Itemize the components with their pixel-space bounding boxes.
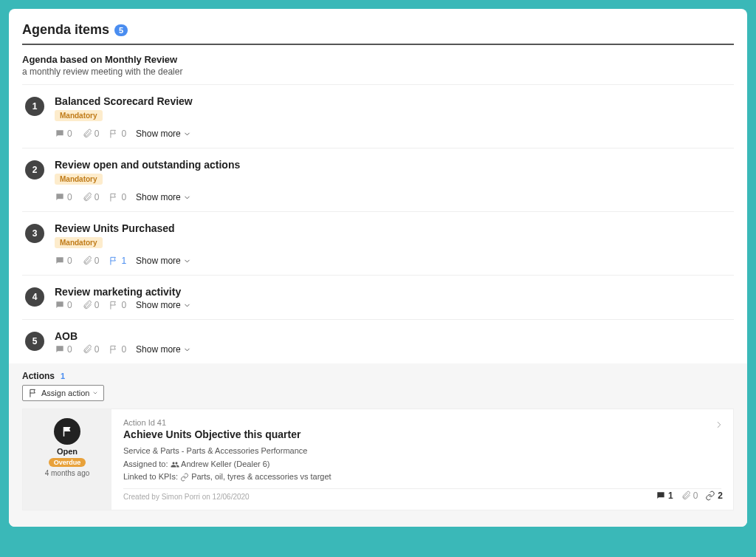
comment-icon — [55, 129, 65, 139]
action-status: Open — [57, 447, 78, 456]
agenda-description: a monthly review meeting with the dealer — [22, 66, 734, 84]
attachment-count[interactable]: 0 — [82, 129, 100, 139]
assign-action-label: Assign action — [41, 389, 89, 397]
actions-heading: Actions 1 — [22, 371, 734, 381]
show-more-toggle[interactable]: Show more — [136, 300, 191, 310]
agenda-item: 3Review Units PurchasedMandatory001Show … — [22, 211, 734, 275]
link-icon — [705, 491, 715, 501]
show-more-toggle[interactable]: Show more — [136, 129, 191, 139]
comment-icon — [656, 491, 666, 501]
action-id: Action Id 41 — [123, 418, 721, 427]
show-more-toggle[interactable]: Show more — [136, 344, 191, 355]
chevron-down-icon — [183, 346, 191, 354]
comment-count[interactable]: 0 — [55, 192, 72, 202]
comment-icon — [55, 300, 65, 310]
attachment-count[interactable]: 0 — [82, 344, 100, 355]
action-assigned: Assigned to: Andrew Keller (Dealer 6) — [123, 458, 721, 471]
flag-count[interactable]: 0 — [109, 300, 126, 310]
action-body: Action Id 41 Achieve Units Objective thi… — [111, 409, 733, 510]
comment-icon — [55, 192, 65, 202]
flag-count[interactable]: 1 — [109, 256, 126, 266]
chevron-down-icon — [183, 194, 191, 202]
kpi-value: Parts, oil, tyres & accessories vs targe… — [191, 472, 331, 481]
flag-count[interactable]: 0 — [109, 192, 126, 202]
agenda-item: 1Balanced Scorecard ReviewMandatory000Sh… — [22, 84, 734, 148]
action-card[interactable]: Open Overdue 4 months ago Action Id 41 A… — [22, 409, 734, 510]
flag-icon — [109, 300, 119, 310]
attachment-count[interactable]: 0 — [82, 256, 100, 266]
flag-icon — [109, 129, 119, 139]
paperclip-icon — [82, 256, 92, 266]
action-created: Created by Simon Porri on 12/06/2020 — [123, 488, 721, 501]
chevron-down-icon — [183, 130, 191, 138]
action-link-count[interactable]: 2 — [705, 491, 723, 501]
item-number: 2 — [25, 160, 44, 180]
users-icon — [171, 460, 179, 469]
agenda-count-badge: 5 — [114, 24, 128, 36]
comment-count[interactable]: 0 — [55, 344, 72, 355]
chevron-down-icon — [92, 390, 98, 396]
overdue-badge: Overdue — [49, 458, 86, 467]
comment-count[interactable]: 0 — [55, 129, 72, 139]
item-meta-row: 000Show more — [55, 344, 731, 355]
chevron-down-icon — [183, 257, 191, 265]
item-meta-row: 000Show more — [55, 129, 731, 139]
action-title: Achieve Units Objective this quarter — [123, 428, 721, 440]
actions-heading-text: Actions — [22, 371, 55, 381]
flag-icon — [109, 192, 119, 202]
agenda-item: 5AOB000Show more — [22, 319, 734, 363]
item-title: AOB — [55, 330, 731, 342]
agenda-items-list: 1Balanced Scorecard ReviewMandatory000Sh… — [22, 84, 734, 363]
assign-action-button[interactable]: Assign action — [22, 385, 104, 401]
paperclip-icon — [82, 192, 92, 202]
item-meta-row: 001Show more — [55, 256, 731, 266]
action-age: 4 months ago — [45, 469, 90, 477]
attachment-count[interactable]: 0 — [82, 192, 100, 202]
mandatory-badge: Mandatory — [55, 237, 103, 248]
item-number: 3 — [25, 224, 44, 243]
assigned-value: Andrew Keller (Dealer 6) — [181, 459, 269, 468]
comment-count[interactable]: 0 — [55, 256, 72, 266]
paperclip-icon — [82, 129, 92, 139]
action-kpis: Linked to KPIs: Parts, oil, tyres & acce… — [123, 471, 721, 484]
item-title: Balanced Scorecard Review — [55, 95, 731, 107]
item-number: 5 — [25, 332, 44, 351]
item-number: 4 — [25, 287, 44, 307]
item-title: Review marketing activity — [55, 286, 731, 298]
paperclip-icon — [82, 300, 92, 310]
action-status-column: Open Overdue 4 months ago — [23, 409, 111, 510]
action-comment-count[interactable]: 1 — [656, 491, 673, 501]
agenda-basis: Agenda based on Monthly Review — [22, 49, 734, 66]
item-title: Review Units Purchased — [55, 222, 731, 234]
kpi-prefix: Linked to KPIs: — [123, 472, 178, 481]
flag-count[interactable]: 0 — [109, 129, 126, 139]
chevron-down-icon — [183, 301, 191, 310]
comment-icon — [55, 256, 65, 266]
flag-count[interactable]: 0 — [109, 344, 126, 355]
paperclip-icon — [82, 344, 92, 355]
mandatory-badge: Mandatory — [55, 110, 103, 121]
show-more-toggle[interactable]: Show more — [136, 256, 191, 266]
item-title: Review open and outstanding actions — [55, 159, 731, 171]
flag-icon — [28, 388, 38, 398]
chevron-right-icon[interactable] — [714, 420, 724, 432]
attachment-count[interactable]: 0 — [82, 300, 100, 310]
mandatory-badge: Mandatory — [55, 174, 103, 185]
item-number: 1 — [25, 97, 44, 116]
show-more-toggle[interactable]: Show more — [136, 192, 191, 202]
actions-count: 1 — [61, 372, 65, 380]
paperclip-icon — [681, 491, 691, 501]
action-category: Service & Parts - Parts & Accessories Pe… — [123, 445, 721, 458]
actions-section: Actions 1 Assign action Open Overdue 4 m… — [9, 363, 747, 527]
flag-icon — [109, 344, 119, 355]
assigned-prefix: Assigned to: — [123, 459, 168, 468]
page-title-text: Agenda items — [22, 22, 109, 38]
comment-icon — [55, 344, 65, 355]
title-divider — [22, 44, 734, 45]
link-icon — [180, 473, 189, 482]
agenda-item: 2Review open and outstanding actionsMand… — [22, 148, 734, 211]
page-title: Agenda items 5 — [22, 18, 734, 44]
comment-count[interactable]: 0 — [55, 300, 72, 310]
action-attachment-count[interactable]: 0 — [681, 491, 698, 501]
flag-icon — [109, 256, 119, 266]
